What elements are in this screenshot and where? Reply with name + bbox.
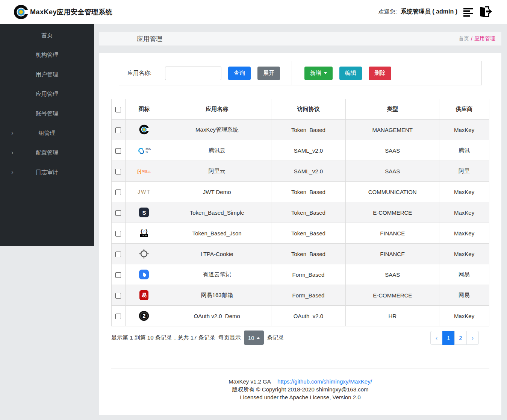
delete-button[interactable]: 删除: [369, 67, 391, 80]
protocol-cell: Token_Based: [271, 120, 346, 140]
search-panel: 应用名称: 查询 展开 新增 编辑 删除: [119, 61, 482, 85]
breadcrumb-current-link[interactable]: 应用管理: [474, 35, 495, 42]
current-user: 系统管理员 ( admin ): [401, 8, 457, 16]
add-button[interactable]: 新增: [304, 67, 333, 80]
pager: ‹12›: [430, 331, 479, 345]
table-row: 2OAuth v2.0_DemoOAuth_v2.0HRMaxKey: [112, 306, 489, 326]
youdao-note-icon: [139, 269, 149, 280]
app-icon-cell: S: [125, 202, 163, 223]
protocol-cell: Token_Based: [271, 244, 346, 264]
query-button[interactable]: 查询: [228, 67, 251, 80]
caret-up-icon: [257, 337, 260, 339]
row-checkbox-cell: [112, 223, 126, 244]
vendor-cell: MaxKey: [439, 120, 489, 140]
search-form: 查询 展开: [160, 67, 280, 80]
vendor-cell: MaxKey: [439, 306, 489, 326]
row-checkbox-cell: [112, 140, 126, 161]
type-cell: MANAGEMENT: [346, 120, 439, 140]
sidebar-item-label: 组管理: [39, 130, 56, 137]
row-checkbox[interactable]: [115, 252, 121, 257]
footer-copyright: 版权所有 © Copyright 2018-2020 shimingxy@163…: [111, 385, 489, 393]
type-cell: COMMUNICATION: [346, 182, 439, 202]
row-checkbox[interactable]: [115, 148, 121, 154]
column-header: 图标: [125, 99, 163, 120]
edit-button[interactable]: 编辑: [339, 67, 362, 80]
row-checkbox[interactable]: [115, 210, 121, 216]
table-row: LTPA-CookieToken_BasedFINANCEMaxKey: [112, 244, 489, 264]
row-checkbox[interactable]: [115, 314, 121, 319]
jwt-icon: JWT: [138, 186, 151, 197]
select-all-cell: [112, 99, 126, 120]
pager-page-1[interactable]: 1: [442, 331, 455, 345]
row-checkbox-cell: [112, 244, 126, 264]
pager-page-2[interactable]: 2: [454, 331, 467, 345]
sidebar-item-app[interactable]: 应用管理: [0, 84, 94, 104]
row-checkbox[interactable]: [115, 231, 121, 237]
per-page-label: 每页显示: [218, 334, 241, 341]
type-cell: SAAS: [346, 140, 439, 161]
sidebar-item-org[interactable]: 机构管理: [0, 45, 94, 65]
row-checkbox[interactable]: [115, 190, 121, 195]
pager-prev[interactable]: ‹: [430, 331, 443, 345]
breadcrumb-home-link[interactable]: 首页: [459, 35, 469, 42]
vendor-cell: 阿里: [439, 161, 489, 182]
sidebar-item-group[interactable]: ›组管理: [0, 123, 94, 143]
app-header: MaxKey应用安全管理系统 欢迎您: 系统管理员 ( admin ): [0, 0, 507, 24]
app-name-input[interactable]: [165, 67, 221, 80]
table-row: [-]阿里云阿里云SAML_v2.0SAAS阿里: [112, 161, 489, 182]
records-info: 显示第 1 到第 10 条记录，总共 17 条记录: [111, 334, 215, 341]
welcome-label: 欢迎您:: [378, 8, 397, 15]
list-icon[interactable]: [463, 7, 475, 17]
header-right: 欢迎您: 系统管理员 ( admin ): [378, 6, 492, 18]
sidebar-item-label: 配置管理: [36, 149, 58, 156]
sidebar-item-home[interactable]: 首页: [0, 26, 94, 45]
sidebar-item-label: 机构管理: [36, 52, 58, 59]
page-size-dropdown[interactable]: 10: [244, 331, 264, 345]
content-card: 应用名称: 查询 展开 新增 编辑 删除: [99, 53, 501, 415]
sidebar-item-account[interactable]: 账号管理: [0, 104, 94, 123]
app-icon-cell: JWT: [125, 182, 163, 202]
table-row: JWTJWT DemoToken_BasedCOMMUNICATIONMaxKe…: [112, 182, 489, 202]
table-row: 易网易163邮箱Form_BasedE-COMMERCE网易: [112, 285, 489, 306]
vendor-cell: MaxKey: [439, 202, 489, 223]
table-row: MaxKey管理系统Token_BasedMANAGEMENTMaxKey: [112, 120, 489, 140]
table-row: 腾讯云腾讯云SAML_v2.0SAAS腾讯: [112, 140, 489, 161]
logout-icon[interactable]: [478, 6, 492, 18]
app-footer: MaxKey v1.2 GA https://github.com/shimin…: [111, 378, 489, 401]
applications-table: 图标应用名称访问协议类型供应商 MaxKey管理系统Token_BasedMAN…: [111, 99, 489, 326]
caret-down-icon: [324, 72, 327, 74]
pager-next[interactable]: ›: [466, 331, 479, 345]
type-cell: SAAS: [346, 264, 439, 285]
table-row: {∴}JSONToken_Based_JsonToken_BasedFINANC…: [112, 223, 489, 244]
breadcrumb: 首页 / 应用管理: [459, 35, 495, 42]
type-cell: FINANCE: [346, 223, 439, 244]
row-checkbox[interactable]: [115, 127, 121, 133]
app-icon-cell: [125, 120, 163, 140]
row-checkbox[interactable]: [115, 169, 121, 174]
expand-button[interactable]: 展开: [257, 67, 280, 80]
app-name-cell: OAuth v2.0_Demo: [163, 306, 271, 326]
sidebar-item-user[interactable]: 用户管理: [0, 65, 94, 84]
app-name-cell: MaxKey管理系统: [163, 120, 271, 140]
vendor-cell: 网易: [439, 264, 489, 285]
vendor-cell: MaxKey: [439, 182, 489, 202]
sidebar-item-label: 账号管理: [36, 110, 58, 117]
chevron-right-icon: ›: [11, 149, 14, 156]
protocol-cell: Token_Based: [271, 202, 346, 223]
row-checkbox[interactable]: [115, 293, 121, 299]
select-all-checkbox[interactable]: [115, 107, 121, 112]
type-cell: E-COMMERCE: [346, 202, 439, 223]
row-checkbox-cell: [112, 264, 126, 285]
app-name-cell: JWT Demo: [163, 182, 271, 202]
page-size-value: 10: [248, 335, 254, 341]
footer-version-line: MaxKey v1.2 GA https://github.com/shimin…: [111, 378, 489, 385]
main-content: 应用管理 首页 / 应用管理 应用名称: 查询 展开 新增 编辑 删除: [99, 32, 501, 415]
chevron-right-icon: ›: [11, 129, 14, 137]
row-checkbox[interactable]: [115, 272, 121, 278]
app-icon-cell: [-]阿里云: [125, 161, 163, 182]
github-link[interactable]: https://github.com/shimingxy/MaxKey/: [277, 378, 372, 385]
footer-license: Licensed under the Apache License, Versi…: [111, 393, 489, 401]
sidebar-item-config[interactable]: ›配置管理: [0, 143, 94, 162]
app-name-cell: 有道云笔记: [163, 264, 271, 285]
sidebar-item-audit[interactable]: ›日志审计: [0, 162, 94, 182]
